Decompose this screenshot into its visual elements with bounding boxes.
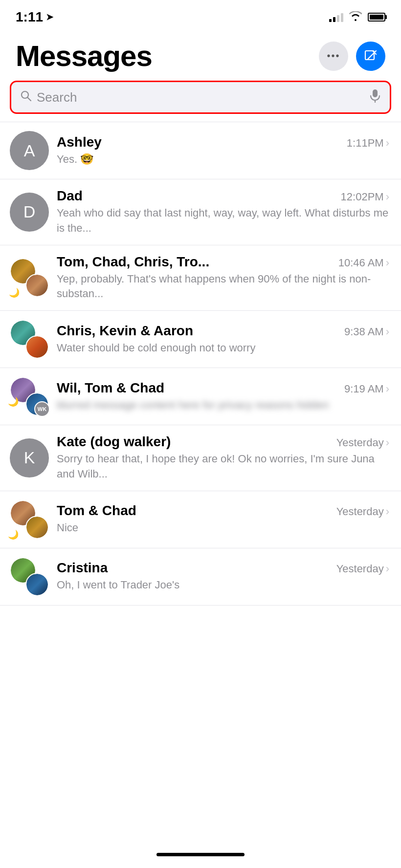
conv-preview-kate: Sorry to hear that, I hope they are ok! … bbox=[57, 452, 389, 482]
conv-preview-group1: Yep, probably. That's what happens when … bbox=[57, 272, 389, 302]
svg-line-3 bbox=[368, 58, 369, 59]
conversation-item-cristina[interactable]: Cristina Yesterday › Oh, I went to Trade… bbox=[0, 548, 401, 606]
search-bar[interactable]: Search bbox=[10, 81, 391, 114]
conversation-item-chris-kevin-aaron[interactable]: Chris, Kevin & Aaron 9:38 AM › Water sho… bbox=[0, 311, 401, 368]
chevron-icon: › bbox=[386, 383, 389, 395]
more-dots-icon: ••• bbox=[327, 50, 340, 62]
search-container: Search bbox=[0, 81, 401, 122]
conv-preview-cristina: Oh, I went to Trader Joe's bbox=[57, 578, 389, 593]
chevron-icon: › bbox=[386, 326, 389, 338]
conversation-item-kate[interactable]: K Kate (dog walker) Yesterday › Sorry to… bbox=[0, 425, 401, 491]
wk-badge: WK bbox=[34, 401, 50, 417]
more-button[interactable]: ••• bbox=[319, 42, 348, 71]
chevron-icon: › bbox=[386, 563, 389, 575]
conv-name-wil-tom-chad: Wil, Tom & Chad bbox=[57, 380, 340, 396]
conv-name-tom-chad: Tom & Chad bbox=[57, 503, 333, 519]
conv-name-group1: Tom, Chad, Chris, Tro... bbox=[57, 254, 334, 270]
avatar-group-tom-chad-chris: 🌙 bbox=[10, 258, 49, 297]
header-buttons: ••• bbox=[319, 42, 385, 71]
status-icons bbox=[329, 11, 385, 23]
status-time: 1:11 ➤ bbox=[16, 9, 53, 25]
avatar-group-cristina bbox=[10, 557, 49, 596]
mute-moon-icon: 🌙 bbox=[8, 529, 19, 540]
conv-preview-chris-kevin-aaron: Water should be cold enough not to worry bbox=[57, 341, 389, 356]
compose-button[interactable] bbox=[356, 42, 385, 71]
avatar-kate: K bbox=[10, 438, 49, 477]
avatar-group-chris-kevin-aaron bbox=[10, 320, 49, 359]
signal-bars bbox=[329, 12, 343, 22]
conv-preview-tom-chad: Nice bbox=[57, 521, 389, 536]
avatar-group-wil-tom-chad: 🌙 WK bbox=[10, 377, 49, 416]
conv-name-kate: Kate (dog walker) bbox=[57, 434, 333, 450]
mic-icon[interactable] bbox=[369, 89, 381, 106]
header: Messages ••• bbox=[0, 29, 401, 81]
conv-preview-wil-tom-chad: blurred message content here for privacy… bbox=[57, 398, 389, 413]
svg-line-2 bbox=[369, 51, 376, 58]
avatar-ashley: A bbox=[10, 131, 49, 170]
conversation-item-tom-chad[interactable]: 🌙 Tom & Chad Yesterday › Nice bbox=[0, 491, 401, 548]
conv-time-wil-tom-chad: 9:19 AM bbox=[344, 383, 384, 395]
conv-time-dad: 12:02PM bbox=[341, 191, 384, 203]
page-title: Messages bbox=[16, 39, 152, 73]
conv-preview-ashley: Yes. 🤓 bbox=[57, 152, 389, 167]
conv-time-kate: Yesterday bbox=[336, 436, 384, 449]
conv-time-cristina: Yesterday bbox=[336, 563, 384, 575]
chevron-icon: › bbox=[386, 505, 389, 518]
chevron-icon: › bbox=[386, 257, 389, 269]
conv-time-ashley: 1:11PM bbox=[347, 137, 384, 150]
conversation-item-wil-tom-chad[interactable]: 🌙 WK Wil, Tom & Chad 9:19 AM › blurred m… bbox=[0, 368, 401, 425]
conv-time-tom-chad: Yesterday bbox=[336, 505, 384, 518]
chevron-icon: › bbox=[386, 191, 389, 203]
conv-name-dad: Dad bbox=[57, 188, 337, 204]
conversation-list: A Ashley 1:11PM › Yes. 🤓 D Dad bbox=[0, 122, 401, 606]
location-arrow-icon: ➤ bbox=[46, 12, 53, 22]
conv-name-cristina: Cristina bbox=[57, 560, 333, 576]
search-icon bbox=[20, 90, 32, 105]
time-display: 1:11 bbox=[16, 9, 43, 25]
chevron-icon: › bbox=[386, 436, 389, 449]
conversation-item-tom-chad-chris[interactable]: 🌙 Tom, Chad, Chris, Tro... 10:46 AM › Ye… bbox=[0, 245, 401, 311]
conv-time-group1: 10:46 AM bbox=[338, 257, 384, 269]
status-bar: 1:11 ➤ bbox=[0, 0, 401, 29]
compose-icon bbox=[364, 49, 378, 63]
conv-name-ashley: Ashley bbox=[57, 134, 343, 150]
svg-rect-6 bbox=[373, 89, 378, 97]
search-placeholder: Search bbox=[37, 90, 364, 105]
conversation-item-ashley[interactable]: A Ashley 1:11PM › Yes. 🤓 bbox=[0, 122, 401, 179]
avatar-dad: D bbox=[10, 193, 49, 232]
mute-moon-icon: 🌙 bbox=[8, 396, 19, 407]
conv-preview-dad: Yeah who did say that last night, way, w… bbox=[57, 206, 389, 236]
conv-name-chris-kevin-aaron: Chris, Kevin & Aaron bbox=[57, 323, 340, 339]
battery-icon bbox=[368, 13, 385, 22]
conv-time-chris-kevin-aaron: 9:38 AM bbox=[344, 326, 384, 338]
home-indicator bbox=[0, 845, 401, 868]
svg-rect-0 bbox=[365, 51, 374, 60]
home-bar bbox=[156, 853, 245, 856]
wifi-icon bbox=[349, 11, 362, 23]
mute-moon-icon: 🌙 bbox=[9, 287, 20, 298]
avatar-group-tom-chad: 🌙 bbox=[10, 500, 49, 539]
conversation-item-dad[interactable]: D Dad 12:02PM › Yeah who did say that la… bbox=[0, 179, 401, 245]
svg-line-5 bbox=[28, 98, 31, 101]
chevron-icon: › bbox=[386, 137, 389, 150]
